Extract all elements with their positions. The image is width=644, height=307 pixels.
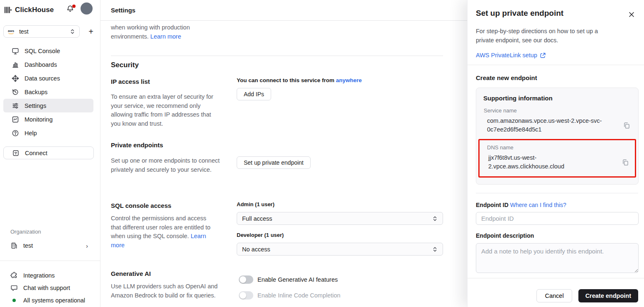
anywhere-link[interactable]: anywhere bbox=[336, 77, 362, 83]
service-selector-row: aws test + bbox=[3, 25, 97, 38]
create-new-endpoint-heading: Create new endpoint bbox=[476, 74, 537, 81]
close-icon[interactable] bbox=[628, 11, 635, 18]
panel-footer: Cancel Create endpoint bbox=[468, 278, 644, 307]
connect-icon bbox=[12, 149, 20, 157]
copy-icon[interactable] bbox=[622, 121, 631, 130]
generative-ai-toggle-row: Enable Generative AI features bbox=[239, 275, 338, 284]
learn-more-link[interactable]: Learn more bbox=[150, 33, 181, 40]
sidebar-item-dashboards[interactable]: Dashboards bbox=[3, 58, 93, 71]
section-divider bbox=[111, 56, 443, 56]
add-service-button[interactable]: + bbox=[85, 26, 97, 37]
panel-divider bbox=[468, 65, 644, 65]
developer-access-select[interactable]: No access bbox=[237, 243, 443, 256]
notification-dot bbox=[72, 5, 76, 8]
sidebar-item-help[interactable]: Help bbox=[3, 126, 93, 140]
chat-support-label: Chat with support bbox=[23, 285, 70, 291]
private-endpoints-title: Private endpoints bbox=[111, 141, 163, 149]
sidebar-item-sql-console[interactable]: SQL Console bbox=[3, 44, 93, 58]
sidebar-nav: SQL Console Dashboards D bbox=[3, 44, 93, 140]
endpoint-id-label: Endpoint ID bbox=[476, 202, 509, 208]
generative-ai-toggle[interactable] bbox=[239, 275, 253, 284]
add-ips-button[interactable]: Add IPs bbox=[237, 88, 271, 100]
generative-ai-toggle-label: Enable Generative AI features bbox=[257, 276, 338, 283]
connect-button[interactable]: Connect bbox=[3, 146, 94, 159]
security-heading: Security bbox=[111, 61, 139, 69]
sidebar-item-monitoring[interactable]: Monitoring bbox=[3, 112, 93, 126]
dns-name-value: jjx7f6t8vt.us-west-2.vpce.aws.clickhouse… bbox=[488, 154, 578, 171]
setup-private-endpoint-panel: Set up private endpoint For step-by-step… bbox=[467, 0, 644, 307]
sidebar-item-settings[interactable]: Settings bbox=[3, 99, 93, 112]
sidebar-item-label: SQL Console bbox=[24, 48, 60, 54]
inline-completion-toggle[interactable] bbox=[239, 291, 253, 300]
inline-completion-toggle-label: Enable Inline Code Completion bbox=[257, 292, 340, 299]
generative-ai-title: Generative AI bbox=[111, 270, 151, 277]
sidebar-item-integrations[interactable]: Integrations bbox=[3, 270, 94, 281]
organization-item[interactable]: test › bbox=[3, 240, 94, 251]
sidebar-item-label: Settings bbox=[24, 102, 46, 109]
updown-chevron-icon bbox=[70, 29, 75, 34]
app-window: ClickHouse aws test bbox=[0, 0, 644, 307]
status-green-dot-icon bbox=[12, 299, 16, 302]
sidebar: ClickHouse aws test bbox=[0, 0, 100, 307]
data-sources-icon bbox=[12, 75, 19, 82]
sidebar-item-label: Data sources bbox=[24, 75, 60, 82]
admin-access-value: Full access bbox=[242, 215, 272, 222]
private-endpoints-description: Set up one or more endpoints to connect … bbox=[111, 156, 228, 174]
generative-ai-description: Use LLM providers such as OpenAI and Ama… bbox=[111, 282, 224, 300]
service-name-row: com.amazonaws.vpce.us-west-2.vpce-svc-0c… bbox=[483, 117, 631, 134]
updown-chevron-icon bbox=[432, 246, 438, 252]
panel-description: For step-by-step directions on how to se… bbox=[476, 27, 613, 45]
clickhouse-logo-icon[interactable] bbox=[4, 6, 12, 14]
sql-console-access-description: Control the permissions and access that … bbox=[111, 214, 211, 250]
aws-privatelink-link[interactable]: AWS PrivateLink setup bbox=[476, 52, 537, 58]
inline-completion-toggle-row: Enable Inline Code Completion bbox=[239, 291, 340, 300]
integrations-label: Integrations bbox=[23, 272, 55, 279]
aws-icon: aws bbox=[8, 29, 14, 34]
supporting-information-card: Supporting information Service name com.… bbox=[476, 88, 639, 185]
endpoint-id-input[interactable] bbox=[476, 212, 639, 225]
sidebar-divider bbox=[0, 261, 100, 261]
developer-access-value: No access bbox=[242, 246, 270, 253]
developer-role-label: Developer (1 user) bbox=[237, 232, 284, 238]
sql-console-icon bbox=[12, 47, 19, 55]
dashboards-icon bbox=[12, 61, 19, 68]
ip-access-list-description: To ensure an extra layer of security for… bbox=[111, 93, 221, 128]
sidebar-item-chat-support[interactable]: Chat with support bbox=[3, 283, 94, 293]
organization-name: test bbox=[23, 242, 33, 249]
organization-building-icon bbox=[10, 242, 18, 249]
dns-name-label: DNS name bbox=[487, 144, 630, 151]
supporting-information-title: Supporting information bbox=[483, 95, 631, 102]
system-status-item[interactable]: All systems operational bbox=[3, 295, 94, 306]
settings-sliders-icon bbox=[12, 102, 19, 110]
where-find-link[interactable]: Where can I find this? bbox=[510, 202, 566, 208]
sidebar-item-label: Help bbox=[24, 130, 37, 136]
admin-access-select[interactable]: Full access bbox=[237, 212, 443, 225]
brand-row: ClickHouse bbox=[4, 3, 97, 17]
setup-private-endpoint-button[interactable]: Set up private endpoint bbox=[237, 156, 311, 169]
user-avatar[interactable] bbox=[81, 2, 93, 15]
service-name-label: Service name bbox=[484, 107, 631, 114]
service-selector[interactable]: aws test bbox=[3, 25, 80, 38]
copy-icon[interactable] bbox=[621, 158, 630, 167]
sql-console-access-title: SQL console access bbox=[111, 202, 171, 209]
connect-label: Connect bbox=[25, 150, 47, 156]
panel-title: Set up private endpoint bbox=[476, 9, 563, 18]
intro-text: when working with production environment… bbox=[111, 23, 200, 41]
monitoring-icon bbox=[12, 116, 19, 123]
endpoint-description-label: Endpoint description bbox=[476, 232, 534, 239]
notifications-bell-icon[interactable] bbox=[66, 5, 76, 15]
dns-name-row: jjx7f6t8vt.us-west-2.vpce.aws.clickhouse… bbox=[487, 154, 630, 171]
cancel-button[interactable]: Cancel bbox=[536, 289, 572, 302]
endpoint-id-label-row: Endpoint ID Where can I find this? bbox=[476, 202, 566, 208]
sidebar-item-label: Dashboards bbox=[24, 61, 57, 68]
sidebar-item-data-sources[interactable]: Data sources bbox=[3, 71, 93, 85]
privatelink-docs-row: AWS PrivateLink setup bbox=[476, 52, 546, 58]
service-name-value: com.amazonaws.vpce.us-west-2.vpce-svc-0c… bbox=[487, 117, 608, 134]
service-name: test bbox=[19, 28, 29, 35]
create-endpoint-button[interactable]: Create endpoint bbox=[578, 289, 638, 302]
sidebar-item-label: Monitoring bbox=[24, 116, 53, 123]
page-title: Settings bbox=[111, 7, 135, 14]
sidebar-item-backups[interactable]: Backups bbox=[3, 85, 93, 99]
endpoint-description-textarea[interactable] bbox=[476, 243, 639, 273]
system-status-label: All systems operational bbox=[23, 297, 85, 304]
